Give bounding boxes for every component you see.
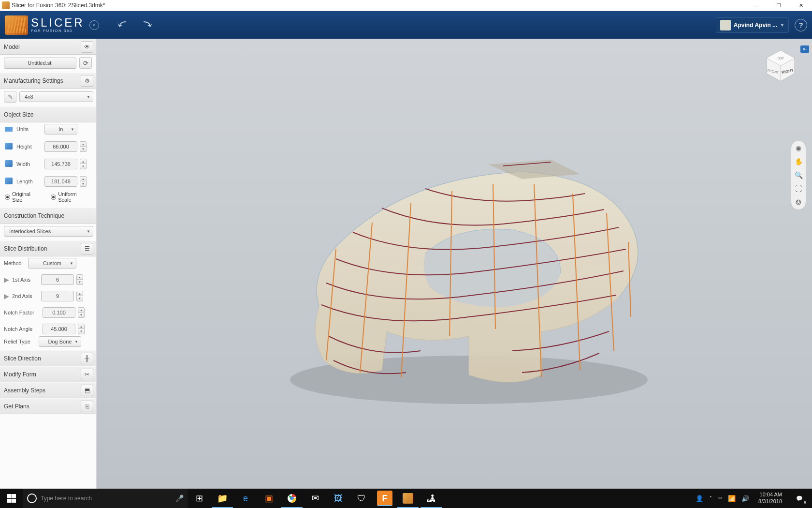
undo-button[interactable] xyxy=(116,19,130,31)
volume-icon[interactable]: 🔊 xyxy=(740,495,751,502)
panel-slice-dist-label: Slice Distribution xyxy=(4,245,47,252)
uniform-scale-radio[interactable]: Uniform Scale xyxy=(51,191,91,203)
window-title: Slicer for Fusion 360: 2Sliced.3dmk* xyxy=(12,2,745,9)
notch-factor-label: Notch Factor xyxy=(4,310,40,315)
modify-form-label: Modify Form xyxy=(4,371,36,378)
notch-angle-input[interactable]: 45.000 xyxy=(43,324,75,334)
width-input[interactable]: 145.738 xyxy=(44,159,77,169)
notch-factor-spinner[interactable]: ▲▼ xyxy=(78,307,85,318)
search-placeholder: Type here to search xyxy=(41,495,172,502)
undo-redo xyxy=(116,19,153,31)
pan-tool[interactable]: ✋ xyxy=(793,156,804,167)
window-minimize-button[interactable]: — xyxy=(745,0,768,11)
manufacturing-preset-select[interactable]: 4x8 ▼ xyxy=(19,91,93,102)
width-cube-icon xyxy=(5,160,13,167)
height-spinner[interactable]: ▲▼ xyxy=(80,141,87,152)
panel-get-plans[interactable]: Get Plans ⎘ xyxy=(0,398,96,414)
manufacturing-settings-button[interactable]: ⚙ xyxy=(81,75,93,87)
fit-tool[interactable]: ⛶ xyxy=(793,183,804,194)
orbit-constrained-tool[interactable]: ❂ xyxy=(793,197,804,208)
viewport-nav-tools: ◉ ✋ 🔍 ⛶ ❂ xyxy=(791,140,806,210)
image-viewer-taskbar-icon[interactable]: 🏞 xyxy=(420,489,443,508)
panel-construction-header[interactable]: Construction Technique xyxy=(0,208,96,224)
panel-modify-form[interactable]: Modify Form ✂ xyxy=(0,366,96,382)
assembly-steps-label: Assembly Steps xyxy=(4,387,45,394)
chrome-taskbar-icon[interactable] xyxy=(280,489,304,508)
axis1-play-icon[interactable]: ▶ xyxy=(4,276,9,284)
panel-manufacturing-label: Manufacturing Settings xyxy=(4,77,63,84)
axis1-spinner[interactable]: ▲▼ xyxy=(76,274,83,285)
orbit-tool[interactable]: ◉ xyxy=(793,143,804,153)
axis2-input[interactable]: 9 xyxy=(41,291,74,301)
notch-angle-spinner[interactable]: ▲▼ xyxy=(78,324,85,334)
method-select[interactable]: Custom ▼ xyxy=(28,258,76,269)
slicer-taskbar-icon[interactable] xyxy=(396,489,420,508)
help-button[interactable]: ? xyxy=(795,19,807,31)
zoom-tool[interactable]: 🔍 xyxy=(793,170,804,180)
axis2-spinner[interactable]: ▲▼ xyxy=(76,291,83,301)
user-name: Apvind Apvin ... xyxy=(734,22,777,29)
start-button[interactable] xyxy=(0,489,23,508)
action-center-button[interactable]: 💬8 xyxy=(790,489,809,508)
slice-direction-button[interactable]: ╫ xyxy=(81,353,93,364)
app-menu-dropdown[interactable]: ▾ xyxy=(89,20,99,30)
fusion360-taskbar-icon[interactable]: F xyxy=(377,491,392,506)
relief-type-value: Dog Bone xyxy=(48,339,72,344)
panel-slice-direction[interactable]: Slice Direction ╫ xyxy=(0,350,96,366)
list-icon: ☰ xyxy=(85,245,90,252)
length-label: Length xyxy=(16,179,42,184)
redo-button[interactable] xyxy=(140,19,153,31)
people-icon[interactable]: 👤 xyxy=(694,495,705,502)
axis2-play-icon[interactable]: ▶ xyxy=(4,292,9,300)
app-subtitle: FOR FUSION 360 xyxy=(31,29,85,33)
tray-overflow-icon[interactable]: ˄ xyxy=(708,495,714,502)
manufacturing-edit-button[interactable]: ✎ xyxy=(4,91,16,103)
panel-manufacturing-header[interactable]: Manufacturing Settings ⚙ xyxy=(0,73,96,89)
model-visibility-button[interactable]: 👁 xyxy=(81,41,93,53)
window-maximize-button[interactable]: ☐ xyxy=(768,0,790,11)
mail-taskbar-icon[interactable]: ✉ xyxy=(304,489,327,508)
original-size-radio[interactable]: Original Size xyxy=(5,191,42,203)
height-label: Height xyxy=(16,144,42,149)
3d-viewport[interactable]: ⇤ TOP FRONT RIGHT ◉ ✋ 🔍 ⛶ ❂ xyxy=(97,39,812,489)
panel-object-size-header[interactable]: Object Size xyxy=(0,106,96,122)
model-reload-button[interactable]: ⟳ xyxy=(79,57,92,69)
viewcube-collapse-button[interactable]: ⇤ xyxy=(800,45,809,53)
security-taskbar-icon[interactable]: 🛡 xyxy=(350,489,373,508)
construction-technique-select[interactable]: Interlocked Slices ▼ xyxy=(4,226,93,237)
taskbar-search[interactable]: Type here to search 🎤 xyxy=(23,489,188,508)
axis1-input[interactable]: 6 xyxy=(41,274,74,285)
app-titlebar-icon xyxy=(2,1,10,9)
length-spinner[interactable]: ▲▼ xyxy=(80,176,87,187)
notch-factor-input[interactable]: 0.100 xyxy=(43,307,75,318)
file-explorer-taskbar-icon[interactable]: 📁 xyxy=(211,489,234,508)
units-select[interactable]: in ▼ xyxy=(44,124,77,134)
modify-form-button[interactable]: ✂ xyxy=(81,369,93,380)
slice-dist-tool-button[interactable]: ☰ xyxy=(81,243,93,254)
task-view-button[interactable]: ⊞ xyxy=(188,489,211,508)
width-spinner[interactable]: ▲▼ xyxy=(80,159,87,169)
panel-assembly-steps[interactable]: Assembly Steps ⬒ xyxy=(0,382,96,398)
method-label: Method xyxy=(4,260,25,266)
get-plans-button[interactable]: ⎘ xyxy=(81,401,93,412)
length-input[interactable]: 181.048 xyxy=(44,176,77,187)
height-input[interactable]: 66.000 xyxy=(44,141,77,152)
edge-taskbar-icon[interactable]: e xyxy=(234,489,257,508)
photos-taskbar-icon[interactable]: 🖼 xyxy=(327,489,350,508)
user-account-button[interactable]: Apvind Apvin ... ▼ xyxy=(716,17,789,33)
taskbar-clock[interactable]: 10:04 AM 8/31/2018 xyxy=(754,492,787,505)
chevron-down-icon: ▼ xyxy=(780,23,784,28)
view-cube[interactable]: TOP FRONT RIGHT xyxy=(763,47,798,83)
movies-taskbar-icon[interactable]: ▣ xyxy=(257,489,280,508)
app-logo-icon xyxy=(5,15,28,35)
wifi-icon[interactable]: 📶 xyxy=(726,495,737,502)
height-cube-icon xyxy=(5,143,13,149)
relief-type-select[interactable]: Dog Bone ▼ xyxy=(39,336,81,347)
panel-model-header[interactable]: Model 👁 xyxy=(0,39,96,55)
model-file-button[interactable]: Untitled.stl xyxy=(4,58,76,69)
assembly-steps-button[interactable]: ⬒ xyxy=(81,385,93,396)
window-close-button[interactable]: ✕ xyxy=(790,0,812,11)
panel-slice-dist-header[interactable]: Slice Distribution ☰ xyxy=(0,240,96,256)
chevron-down-icon: ▼ xyxy=(87,95,90,99)
bluetooth-icon[interactable]: ⌔ xyxy=(717,495,724,502)
